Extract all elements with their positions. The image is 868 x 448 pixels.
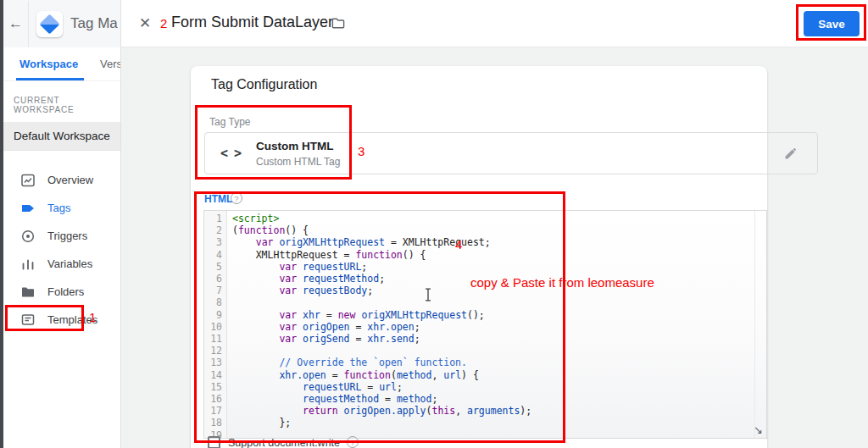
- variable-icon: [20, 257, 36, 272]
- editor-gutter: 12345678910111213141516171819: [204, 211, 227, 438]
- code-line: <script>: [232, 213, 754, 224]
- workspace-name: Default Workspace: [14, 130, 110, 142]
- editor-scrollbar-track[interactable]: [754, 211, 755, 438]
- code-line: xhr.open = function(method, url) {: [232, 369, 754, 381]
- sidebar-item-label: Templates: [47, 313, 97, 326]
- code-line: var requestBody;: [232, 285, 754, 296]
- annotation-step-2: 2: [160, 16, 167, 30]
- template-icon: [20, 312, 36, 328]
- code-line: var origOpen = xhr.open;: [232, 321, 754, 333]
- tag-name-title[interactable]: Form Submit DataLayer: [171, 14, 333, 31]
- tab-active-underline: [16, 78, 84, 80]
- tag-type-subtitle: Custom HTML Tag: [256, 156, 340, 168]
- sidebar-item-label: Variables: [47, 257, 92, 270]
- sidebar-item-variables[interactable]: Variables: [3, 250, 120, 278]
- sidebar: Workspace Versio CURRENT WORKSPACE Defau…: [3, 47, 121, 448]
- tag-configuration-card: Tag Configuration Tag Type < > Custom HT…: [191, 66, 767, 448]
- code-line: var xhr = new origXMLHttpRequest();: [232, 309, 754, 321]
- tag-type-label: Tag Type: [209, 116, 250, 128]
- line-number: 7: [204, 285, 222, 296]
- content-area: Tag Configuration Tag Type < > Custom HT…: [121, 47, 868, 448]
- help-icon[interactable]: ?: [231, 192, 242, 204]
- code-line: };: [232, 417, 754, 429]
- line-number: 5: [204, 261, 222, 273]
- current-workspace-label: CURRENT WORKSPACE: [14, 96, 120, 114]
- sidebar-item-triggers[interactable]: Triggers: [3, 222, 120, 250]
- code-line: var requestURL;: [232, 261, 754, 273]
- folder-icon[interactable]: [331, 16, 346, 34]
- app-title: Tag Ma: [70, 15, 118, 32]
- line-number: 13: [204, 357, 222, 368]
- line-number: 14: [204, 369, 222, 381]
- line-number: 17: [204, 405, 222, 417]
- line-number: 11: [204, 333, 222, 345]
- code-line: [232, 296, 754, 308]
- save-button[interactable]: Save: [804, 11, 860, 36]
- folder-icon: [20, 285, 36, 300]
- code-line: XMLHttpRequest = function() {: [232, 249, 754, 261]
- code-line: var origSend = xhr.send;: [232, 333, 754, 345]
- diamond-logo-icon: [39, 14, 59, 34]
- tab-workspace[interactable]: Workspace: [19, 58, 78, 70]
- tag-type-row[interactable]: < > Custom HTML Custom HTML Tag: [204, 132, 818, 174]
- back-arrow-icon: ←: [8, 15, 23, 32]
- tag-type-name: Custom HTML: [256, 140, 334, 152]
- sidebar-item-label: Triggers: [47, 230, 87, 242]
- edit-pencil-icon[interactable]: [783, 146, 798, 164]
- close-icon[interactable]: ✕: [139, 14, 151, 32]
- line-number: 15: [204, 381, 222, 393]
- topbar-brand-area: ← Tag Ma: [3, 0, 121, 47]
- tab-versions[interactable]: Versio: [100, 58, 121, 70]
- trigger-icon: [20, 229, 36, 244]
- code-line: return origOpen.apply(this, arguments);: [232, 405, 754, 417]
- screen-edge-strip: [0, 0, 3, 448]
- topbar: ← Tag Ma ✕ 2 Form Submit DataLayer Save: [3, 0, 868, 47]
- html-code-editor[interactable]: 12345678910111213141516171819 <script>(f…: [203, 210, 767, 439]
- code-line: requestURL = url;: [232, 381, 754, 393]
- line-number: 9: [204, 309, 222, 321]
- resize-handle-icon[interactable]: ↘: [754, 424, 763, 436]
- line-number: 16: [204, 393, 222, 405]
- line-number: 3: [204, 236, 222, 248]
- line-number: 4: [204, 249, 222, 261]
- code-line: var requestMethod;: [232, 273, 754, 285]
- code-line: // Override the `open` function.: [232, 357, 754, 368]
- sidebar-item-templates[interactable]: Templates: [3, 306, 120, 334]
- back-button[interactable]: ←: [3, 1, 29, 47]
- sidebar-tabs: Workspace Versio: [3, 47, 120, 81]
- sidebar-item-overview[interactable]: Overview: [3, 166, 120, 194]
- line-number: 1: [204, 213, 222, 224]
- sidebar-nav: Overview Tags Triggers Variables Folders: [3, 166, 120, 334]
- line-number: 12: [204, 345, 222, 357]
- code-line: [232, 345, 754, 357]
- workspace-selector[interactable]: Default Workspace: [3, 122, 120, 151]
- code-line: requestMethod = method;: [232, 393, 754, 405]
- tag-manager-logo[interactable]: [36, 11, 63, 37]
- line-number: 18: [204, 417, 222, 429]
- line-number: 10: [204, 321, 222, 333]
- sidebar-item-label: Overview: [47, 174, 93, 186]
- sidebar-item-label: Tags: [47, 202, 70, 214]
- html-field-label: HTML: [204, 193, 232, 205]
- tag-header: ✕ 2 Form Submit DataLayer Save: [125, 0, 868, 47]
- line-number: 8: [204, 296, 222, 308]
- sidebar-item-tags[interactable]: Tags: [3, 194, 120, 222]
- code-brackets-icon: < >: [220, 146, 241, 161]
- tag-icon: [20, 201, 36, 216]
- overview-icon: [20, 173, 36, 188]
- editor-code: <script>(function() { var origXMLHttpReq…: [227, 211, 754, 439]
- support-document-write-label: Support document.write: [228, 437, 340, 448]
- sidebar-item-label: Folders: [47, 285, 84, 298]
- code-line: var origXMLHttpRequest = XMLHttpRequest;: [232, 236, 754, 248]
- line-number: 6: [204, 273, 222, 285]
- help-icon[interactable]: ?: [347, 436, 359, 448]
- card-title: Tag Configuration: [211, 77, 317, 92]
- line-number: 2: [204, 224, 222, 236]
- sidebar-item-folders[interactable]: Folders: [3, 278, 120, 306]
- code-line: (function() {: [232, 224, 754, 236]
- support-document-write-checkbox[interactable]: [208, 436, 220, 448]
